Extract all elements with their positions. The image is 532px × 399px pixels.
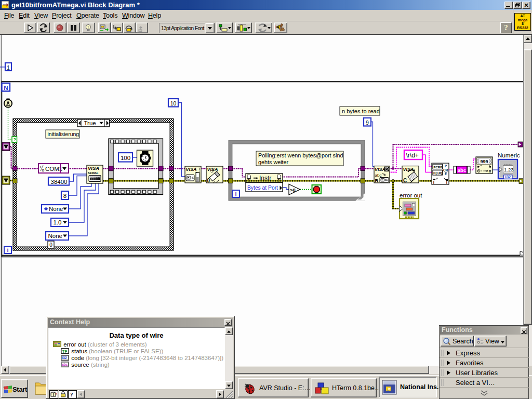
svg-text:E: E xyxy=(445,172,447,176)
svg-text:0: 0 xyxy=(207,178,210,183)
svg-text:38400: 38400 xyxy=(51,179,68,185)
svg-text:!: ! xyxy=(433,180,435,185)
svg-text:P: P xyxy=(445,164,447,168)
svg-text:CR: CR xyxy=(443,168,448,172)
svg-text:VISA: VISA xyxy=(207,167,218,172)
svg-text:O: O xyxy=(42,169,45,172)
svg-text:n bytes to read: n bytes to read xyxy=(342,108,380,114)
svg-text:1.0: 1.0 xyxy=(54,219,62,225)
svg-text:1.23: 1.23 xyxy=(504,167,514,172)
svg-text:gehts weiter: gehts weiter xyxy=(258,159,289,165)
svg-text:!: ! xyxy=(446,180,448,185)
svg-text:VISA: VISA xyxy=(375,167,385,172)
svg-text:10: 10 xyxy=(170,100,177,107)
svg-text:i: i xyxy=(235,191,237,197)
svg-text:abc: abc xyxy=(375,173,382,178)
svg-text:VISA: VISA xyxy=(88,165,99,171)
svg-text:COM1: COM1 xyxy=(45,166,62,172)
svg-text:initialisierung: initialisierung xyxy=(48,131,79,137)
svg-text:>0: >0 xyxy=(290,187,296,193)
svg-text:0: 0 xyxy=(49,242,52,248)
svg-text:100: 100 xyxy=(121,155,130,161)
svg-text:C[r,R]: C[r,R] xyxy=(433,171,442,175)
svg-text:None: None xyxy=(48,233,63,239)
svg-text:I32: I32 xyxy=(506,175,511,179)
svg-text:R: R xyxy=(375,178,379,183)
svg-text:Numeric: Numeric xyxy=(498,152,520,158)
svg-text:PCRE: PCRE xyxy=(434,166,443,169)
svg-text:8: 8 xyxy=(63,193,66,199)
svg-text:9: 9 xyxy=(366,119,369,126)
svg-text:TF: TF xyxy=(62,349,68,354)
svg-text:error out: error out xyxy=(400,192,422,198)
svg-text:SERIAL: SERIAL xyxy=(88,171,99,175)
svg-text:?: ? xyxy=(70,391,73,397)
svg-text:#: # xyxy=(489,169,491,174)
svg-text:True: True xyxy=(84,120,96,126)
svg-text:1: 1 xyxy=(7,64,10,71)
svg-text:I32: I32 xyxy=(62,356,67,360)
svg-text:N: N xyxy=(4,85,8,91)
svg-text:\r\d+: \r\d+ xyxy=(406,152,419,159)
svg-text:C: C xyxy=(403,178,407,183)
svg-text:Polling:erst wenn bytes@port s: Polling:erst wenn bytes@port sind xyxy=(258,152,343,158)
svg-text:Bytes at Port: Bytes at Port xyxy=(247,185,278,191)
svg-text:abc: abc xyxy=(62,363,68,366)
svg-text:i: i xyxy=(7,247,9,253)
svg-text:?: ? xyxy=(14,137,17,142)
svg-text:None: None xyxy=(49,206,63,212)
svg-text:abc: abc xyxy=(458,167,466,173)
svg-text:999: 999 xyxy=(480,159,488,164)
